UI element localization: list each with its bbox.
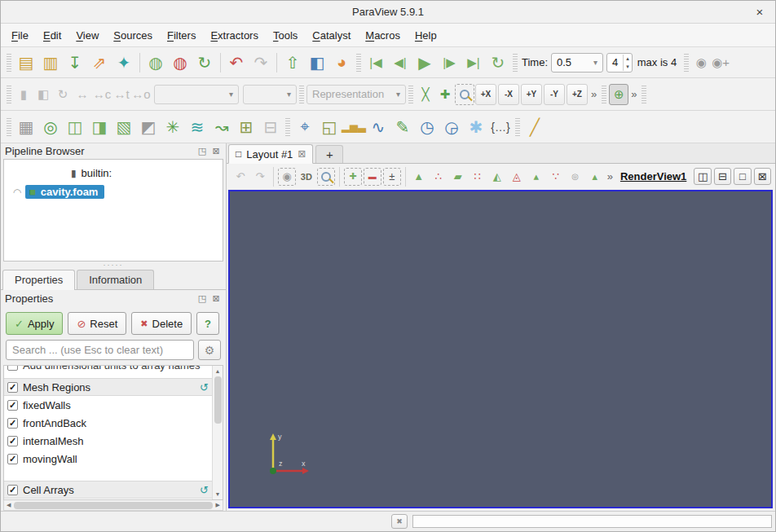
extract-subset-filter-icon[interactable]: ◩ <box>136 115 161 139</box>
selected-source-highlight[interactable]: ■ cavity.foam <box>25 185 104 199</box>
toggle-2d-3d-button[interactable]: 3D <box>298 168 315 186</box>
panel-splitter[interactable]: ····· <box>1 262 226 269</box>
rescale-over-time-icon[interactable]: ↔t <box>112 84 131 105</box>
horizontal-scrollbar[interactable]: ◀ ▶ <box>3 500 223 511</box>
previous-frame-button[interactable]: ◀| <box>388 51 412 75</box>
reset-session-icon[interactable]: ↻ <box>192 51 217 75</box>
toolbar-handle[interactable] <box>602 86 606 103</box>
select-cells-polygon-icon[interactable]: ◭ <box>488 168 506 186</box>
clip-filter-icon[interactable]: ◫ <box>63 115 87 139</box>
glyph-filter-icon[interactable]: ✳ <box>161 115 185 139</box>
view-plus-y-button[interactable]: +Y <box>521 84 542 105</box>
close-tab-icon[interactable]: ⊠ <box>298 148 306 160</box>
probe-location-icon[interactable]: ⌖ <box>293 115 317 139</box>
toolbar-handle[interactable] <box>7 54 11 72</box>
time-value-combobox[interactable]: 0.5 ▾ <box>551 53 603 73</box>
zoom-to-selection-icon[interactable]: ▲ <box>586 168 604 186</box>
ruler-measure-icon[interactable]: ╱ <box>522 115 547 139</box>
grow-shrink-selection-icon[interactable]: ± <box>383 168 401 186</box>
first-frame-button[interactable]: |◀ <box>364 51 388 75</box>
tab-layout-1[interactable]: □ Layout #1 ⊠ <box>228 144 313 164</box>
checkbox-checked[interactable]: ✓ <box>7 436 18 446</box>
plot-selection-over-time-icon[interactable]: ◷ <box>415 115 439 139</box>
menu-filters[interactable]: Filters <box>160 28 203 43</box>
visibility-eye-icon[interactable]: ◠ <box>9 187 25 198</box>
spin-down-icon[interactable]: ▾ <box>624 63 632 71</box>
tab-information[interactable]: Information <box>77 270 154 289</box>
loop-button[interactable]: ↻ <box>486 51 510 75</box>
menu-catalyst[interactable]: Catalyst <box>305 28 358 43</box>
scrollbar-thumb[interactable] <box>214 376 222 424</box>
view-minus-y-button[interactable]: -Y <box>544 84 565 105</box>
edit-color-map-icon[interactable]: ◧ <box>33 84 53 105</box>
slice-filter-icon[interactable]: ◨ <box>87 115 112 139</box>
interactive-select-cells-icon[interactable]: ▴ <box>527 168 545 186</box>
toolbar-handle[interactable] <box>7 118 11 136</box>
plot-data-icon[interactable]: ✎ <box>390 115 415 139</box>
checkbox-checked[interactable]: ✓ <box>7 454 18 464</box>
threshold-filter-icon[interactable]: ▧ <box>112 115 136 139</box>
subtract-selection-icon[interactable]: ▬ <box>364 168 381 186</box>
toolbar-handle[interactable] <box>299 86 304 103</box>
menu-tools[interactable]: Tools <box>266 28 305 43</box>
delete-button[interactable]: ✖ Delete <box>131 312 192 335</box>
close-dock-icon[interactable]: ⊠ <box>210 146 222 157</box>
window-close-button[interactable]: × <box>752 4 767 19</box>
toolbar-overflow-button[interactable]: » <box>605 170 615 182</box>
checkbox-checked[interactable]: ✓ <box>7 485 18 495</box>
histogram-filter-icon[interactable]: ▂▅▃ <box>342 115 366 139</box>
render-viewport[interactable]: y x z <box>228 190 773 508</box>
select-points-through-icon[interactable]: ∷ <box>469 168 487 186</box>
toolbar-handle[interactable] <box>7 86 11 103</box>
rescale-to-custom-range-icon[interactable]: ↔c <box>92 84 112 105</box>
component-combobox[interactable]: ▾ <box>243 85 297 104</box>
plot-over-line-icon[interactable]: ∿ <box>366 115 390 139</box>
menu-extractors[interactable]: Extractors <box>203 28 266 43</box>
mesh-region-row[interactable]: ✓ frontAndBack <box>4 414 212 432</box>
view-plus-x-button[interactable]: +X <box>475 84 496 105</box>
split-vertical-button[interactable]: ⊟ <box>714 168 731 185</box>
auto-apply-icon[interactable]: ⇧ <box>280 51 305 75</box>
render-view-title[interactable]: RenderView1 <box>620 170 686 182</box>
pipeline-item-builtin[interactable]: ▮ builtin: <box>4 164 223 182</box>
spin-up-icon[interactable]: ▴ <box>624 55 632 63</box>
open-file-icon[interactable]: ▤ <box>14 51 38 75</box>
pipeline-item-source[interactable]: ◠ ■ cavity.foam <box>4 182 223 201</box>
close-dock-icon[interactable]: ⊠ <box>210 293 222 305</box>
mesh-region-row[interactable]: ✓ movingWall <box>4 450 212 468</box>
scrollbar-thumb[interactable] <box>14 502 212 509</box>
undo-icon[interactable]: ↶ <box>224 51 249 75</box>
server-disconnect-icon[interactable]: ◍ <box>168 51 192 75</box>
toggle-color-legend-icon[interactable]: ▮ <box>14 84 33 105</box>
restore-defaults-icon[interactable]: ↺ <box>200 484 209 496</box>
view-plus-z-button[interactable]: +Z <box>567 84 588 105</box>
mesh-region-row[interactable]: ✓ internalMesh <box>4 432 212 450</box>
camera-undo-icon[interactable]: ↶ <box>231 168 249 186</box>
scroll-right-icon[interactable]: ▶ <box>214 502 223 508</box>
checkbox-checked[interactable]: ✓ <box>7 400 18 411</box>
programmable-filter-icon[interactable]: {…} <box>488 115 513 139</box>
toolbar-handle[interactable] <box>513 54 518 72</box>
checkbox-unchecked[interactable]: ✓ <box>7 366 18 371</box>
select-cells-through-icon[interactable]: ▰ <box>449 168 467 186</box>
menu-sources[interactable]: Sources <box>106 28 160 43</box>
color-by-combobox[interactable]: ▾ <box>154 85 239 104</box>
capture-screenshot-icon[interactable]: ⇗ <box>87 51 112 75</box>
menu-view[interactable]: View <box>68 28 106 43</box>
plot-data-over-time-icon[interactable]: ◶ <box>439 115 464 139</box>
scroll-up-icon[interactable]: ▲ <box>215 366 221 376</box>
reset-range-icon[interactable]: ↻ <box>53 84 73 105</box>
redo-icon[interactable]: ↷ <box>249 51 273 75</box>
reset-camera-icon[interactable]: ╳ <box>416 84 435 105</box>
toolbar-handle[interactable] <box>684 54 689 72</box>
menu-help[interactable]: Help <box>408 28 444 43</box>
menu-file[interactable]: File <box>4 28 36 43</box>
mesh-region-row[interactable]: ✓ fixedWalls <box>4 396 212 414</box>
restore-defaults-icon[interactable]: ↺ <box>200 381 209 394</box>
toolbar-overflow-button[interactable]: » <box>589 88 599 100</box>
save-animation-icon[interactable]: ✦ <box>112 51 136 75</box>
tab-properties[interactable]: Properties <box>2 270 75 290</box>
add-layout-tab-button[interactable]: + <box>315 145 343 163</box>
maximize-view-button[interactable]: □ <box>734 168 751 185</box>
undock-icon[interactable]: ◳ <box>196 146 208 157</box>
